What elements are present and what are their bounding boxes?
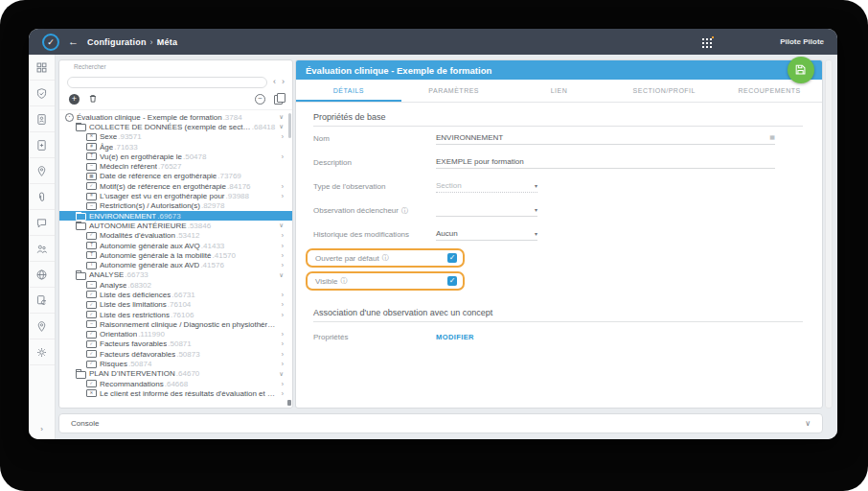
tree-item-chevron-icon[interactable]: › bbox=[278, 153, 284, 160]
tree-item-chevron-icon[interactable]: › bbox=[278, 292, 284, 298]
tab-parametres[interactable]: PARAMÈTRES bbox=[401, 80, 507, 102]
description-field[interactable]: EXEMPLE pour formation bbox=[436, 157, 775, 169]
tree-item-chevron-icon[interactable]: › bbox=[278, 183, 284, 190]
tree-item[interactable]: ANALYSE.66733∨ bbox=[59, 270, 292, 280]
tree-item-chevron-icon[interactable]: › bbox=[278, 340, 284, 347]
tree-item[interactable]: –Raisonnement clinique / Diagnostic en p… bbox=[59, 319, 292, 329]
tab-lien[interactable]: LIEN bbox=[507, 80, 612, 102]
tree-item-chevron-icon[interactable]: ∨ bbox=[275, 222, 284, 229]
tree-item[interactable]: TVu(e) en ergothérapie le.50478› bbox=[59, 152, 292, 161]
tree-item[interactable]: ✓Facteurs défavorables.50873› bbox=[59, 349, 292, 359]
cal-icon: ▦ bbox=[86, 173, 97, 180]
tree-item-chevron-icon[interactable]: ∨ bbox=[275, 113, 284, 121]
tree-item[interactable]: TAutonomie générale aux AVQ.41433› bbox=[59, 241, 292, 250]
search-input[interactable] bbox=[67, 77, 267, 88]
tree-item-chevron-icon[interactable]: › bbox=[278, 361, 284, 367]
tree-item[interactable]: TAutonomie générale aux AVD.41576› bbox=[59, 260, 292, 269]
tree-item[interactable]: ✓Liste des déficiences.66731› bbox=[59, 290, 292, 299]
dashboard-icon[interactable] bbox=[29, 55, 55, 81]
users-icon[interactable] bbox=[29, 236, 55, 262]
delete-node-icon[interactable] bbox=[88, 93, 100, 105]
location-icon[interactable] bbox=[29, 158, 55, 184]
shield-icon[interactable] bbox=[29, 81, 55, 106]
tree-item[interactable]: AUTONOMIE ANTÉRIEURE.53846∨ bbox=[59, 221, 292, 230]
tree-item[interactable]: ✓Liste des restrictions.76106› bbox=[59, 310, 292, 319]
tree-item[interactable]: TAutonomie générale à la mobilité.41570› bbox=[59, 250, 292, 260]
tree-item[interactable]: PLAN D'INTERVENTION.64670∨ bbox=[59, 369, 292, 379]
breadcrumb-item[interactable]: Configuration bbox=[87, 37, 147, 47]
document-add-icon[interactable] bbox=[29, 132, 55, 158]
tree-item-chevron-icon[interactable]: › bbox=[278, 232, 284, 239]
details-form: Propriétés de base NomENVIRONNEMENT▦Desc… bbox=[296, 103, 822, 349]
search-prev-icon[interactable]: ‹ bbox=[273, 77, 276, 86]
modifier-link[interactable]: MODIFIER bbox=[436, 333, 474, 341]
tree-item-chevron-icon[interactable]: › bbox=[278, 381, 284, 387]
add-node-button[interactable]: + bbox=[69, 94, 80, 105]
tree-item[interactable]: ✓Facteurs favorables.50871› bbox=[59, 339, 292, 349]
tree-item-chevron-icon[interactable]: › bbox=[278, 390, 284, 397]
tree-item[interactable]: ✕Sexe.93571› bbox=[59, 132, 292, 142]
settings-icon[interactable] bbox=[29, 339, 55, 365]
tab-recoupements[interactable]: RECOUPEMENTS bbox=[717, 80, 822, 102]
visible-checkbox[interactable]: ✓ bbox=[447, 276, 457, 286]
tree-item-chevron-icon[interactable]: › bbox=[278, 262, 284, 269]
tree-item-chevron-icon[interactable]: › bbox=[278, 312, 284, 318]
tree-item[interactable]: ▦Date de référence en ergothérapie.73769 bbox=[59, 172, 292, 181]
tree-item-chevron-icon[interactable]: ∨ bbox=[275, 271, 284, 279]
nom-field[interactable]: ENVIRONNEMENT▦ bbox=[436, 133, 775, 145]
save-button[interactable] bbox=[788, 57, 814, 83]
tree-item[interactable]: ✓Modalités d'évaluation.53412› bbox=[59, 231, 292, 241]
tree-item-chevron-icon[interactable]: › bbox=[278, 243, 284, 249]
duplicate-node-icon[interactable] bbox=[274, 95, 283, 105]
rail-collapse-chevron-icon[interactable]: › bbox=[29, 425, 55, 433]
tree-item-chevron-icon[interactable]: › bbox=[278, 193, 284, 199]
tree-item[interactable]: COLLECTE DE DONNÉES (exemple de section)… bbox=[59, 122, 292, 131]
tree-item[interactable]: –Analyse.68302 bbox=[59, 280, 292, 290]
tree-item[interactable]: •Évaluation clinique - Exemple de format… bbox=[59, 112, 292, 122]
tree-item-chevron-icon[interactable]: › bbox=[278, 301, 284, 308]
tree-item-chevron-icon[interactable]: ∨ bbox=[275, 370, 284, 378]
nom-label: Nom bbox=[313, 134, 436, 143]
breadcrumb-item[interactable]: Méta bbox=[157, 37, 177, 47]
tree-item-chevron-icon[interactable]: › bbox=[278, 133, 284, 140]
chat-icon[interactable] bbox=[29, 210, 55, 236]
tab-section-profil[interactable]: SECTION/PROFIL bbox=[611, 80, 717, 102]
document-user-icon[interactable] bbox=[29, 106, 55, 132]
collapse-all-icon[interactable]: − bbox=[255, 94, 265, 105]
tree-item[interactable]: –Restriction(s) / Autorisation(s).82978 bbox=[59, 201, 292, 211]
tree-item-chevron-icon[interactable]: › bbox=[278, 331, 284, 338]
ouverte-par-defaut-checkbox[interactable]: ✓ bbox=[447, 253, 457, 263]
document-sync-icon[interactable] bbox=[29, 288, 55, 314]
attachment-icon[interactable] bbox=[29, 184, 55, 210]
observation-declencheur-select[interactable]: ▾ bbox=[436, 205, 537, 217]
user-name[interactable]: Pilote Pilote bbox=[780, 37, 824, 46]
globe-icon[interactable] bbox=[29, 262, 55, 288]
tree-item[interactable]: ✓Orientation.111990› bbox=[59, 330, 292, 339]
tree-scrollbar[interactable] bbox=[288, 113, 291, 138]
console-chevron-icon[interactable]: ∨ bbox=[805, 419, 811, 428]
console-bar[interactable]: Console ∨ bbox=[58, 413, 823, 433]
tree-item[interactable]: ✕Le client est informé des résultats d'é… bbox=[59, 388, 292, 398]
tree-item[interactable]: #Âge.71633 bbox=[59, 142, 292, 152]
tree-item[interactable]: ✓Liste des limitations.76104› bbox=[59, 300, 292, 310]
tree-item[interactable]: –Médecin référent.76527 bbox=[59, 161, 292, 171]
tree-item-chevron-icon[interactable]: ∨ bbox=[275, 123, 284, 130]
tree-item[interactable]: ✓Recommandations.64668› bbox=[59, 379, 292, 388]
tree-item[interactable]: ✓Motif(s) de référence en ergothérapie.8… bbox=[59, 181, 292, 191]
window-scrollbar[interactable] bbox=[825, 59, 833, 409]
apps-grid-icon[interactable] bbox=[701, 36, 714, 48]
type-observation-select[interactable]: Section▾ bbox=[436, 181, 537, 193]
tree-item[interactable]: ≡L'usager est vu en ergothérapie pour.93… bbox=[59, 191, 292, 200]
tab-details[interactable]: DÉTAILS bbox=[296, 80, 401, 102]
tree-item-chevron-icon[interactable]: › bbox=[278, 252, 284, 259]
tree-scrollbar-end[interactable] bbox=[287, 400, 291, 406]
map-pin-icon[interactable] bbox=[29, 314, 55, 339]
tree-item[interactable]: ✓Risques.50874› bbox=[59, 359, 292, 368]
tree-item-chevron-icon[interactable]: › bbox=[278, 351, 284, 358]
historique-select[interactable]: Aucun▾ bbox=[436, 229, 537, 241]
panel-title: Évaluation clinique - Exemple de formati… bbox=[296, 60, 822, 80]
back-arrow-icon[interactable]: ← bbox=[68, 36, 79, 47]
root-icon: • bbox=[65, 113, 74, 122]
tree-item[interactable]: ENVIRONNEMENT.69673 bbox=[59, 211, 292, 221]
search-next-icon[interactable]: › bbox=[282, 77, 285, 86]
